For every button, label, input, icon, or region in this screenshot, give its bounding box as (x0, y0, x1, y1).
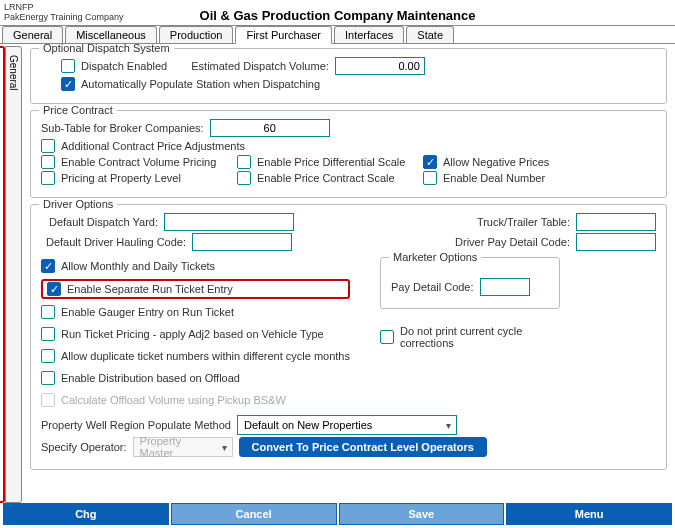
marketer-paydetail-input[interactable] (480, 278, 530, 296)
tab-first-purchaser[interactable]: First Purchaser (235, 26, 332, 44)
price-legend: Price Contract (39, 104, 117, 116)
top-tabs: General Miscellaneous Production First P… (0, 26, 675, 44)
chg-button[interactable]: Chg (3, 503, 169, 525)
price-deal-checkbox[interactable] (423, 171, 437, 185)
hauling-code-input[interactable] (192, 233, 292, 251)
tab-production[interactable]: Production (159, 26, 234, 43)
price-adjust-checkbox[interactable] (41, 139, 55, 153)
price-deal-label: Enable Deal Number (443, 172, 545, 184)
price-neg-label: Allow Negative Prices (443, 156, 549, 168)
dup-checkbox[interactable] (41, 349, 55, 363)
calc-checkbox[interactable] (41, 393, 55, 407)
dispatch-volume-input[interactable] (335, 57, 425, 75)
price-scale-label: Enable Price Contract Scale (257, 172, 417, 184)
default-yard-label: Default Dispatch Yard: (41, 216, 158, 228)
monthly-label: Allow Monthly and Daily Tickets (61, 260, 215, 272)
marketer-group: Marketer Options Pay Detail Code: (380, 257, 560, 309)
separate-label: Enable Separate Run Ticket Entry (67, 283, 233, 295)
subtable-input[interactable] (210, 119, 330, 137)
dist-checkbox[interactable] (41, 371, 55, 385)
convert-button[interactable]: Convert To Price Contract Level Operator… (239, 437, 487, 457)
price-vol-checkbox[interactable] (41, 155, 55, 169)
specify-operator-select[interactable]: Property Master (133, 437, 233, 457)
monthly-checkbox[interactable] (41, 259, 55, 273)
tab-general[interactable]: General (2, 26, 63, 43)
marketer-paydetail-label: Pay Detail Code: (391, 281, 474, 293)
default-yard-input[interactable] (164, 213, 294, 231)
driver-options-group: Driver Options Default Dispatch Yard: Tr… (30, 204, 667, 470)
rtp-label: Run Ticket Pricing - apply Adj2 based on… (61, 328, 324, 340)
dispatch-group: Optional Dispatch System Dispatch Enable… (30, 48, 667, 104)
dup-label: Allow duplicate ticket numbers within di… (61, 350, 350, 362)
gauger-label: Enable Gauger Entry on Run Ticket (61, 306, 234, 318)
noprint-label: Do not print current cycle corrections (400, 325, 540, 349)
dispatch-enabled-checkbox[interactable] (61, 59, 75, 73)
price-prop-label: Pricing at Property Level (61, 172, 231, 184)
price-neg-checkbox[interactable] (423, 155, 437, 169)
populate-method-label: Property Well Region Populate Method (41, 419, 231, 431)
price-scale-checkbox[interactable] (237, 171, 251, 185)
cancel-button[interactable]: Cancel (171, 503, 337, 525)
menu-button[interactable]: Menu (506, 503, 672, 525)
price-diff-checkbox[interactable] (237, 155, 251, 169)
hauling-code-label: Default Driver Hauling Code: (41, 236, 186, 248)
tab-interfaces[interactable]: Interfaces (334, 26, 404, 43)
gauger-checkbox[interactable] (41, 305, 55, 319)
dist-label: Enable Distribution based on Offload (61, 372, 240, 384)
driver-pay-label: Driver Pay Detail Code: (452, 236, 570, 248)
price-contract-group: Price Contract Sub-Table for Broker Comp… (30, 110, 667, 198)
populate-method-select[interactable]: Default on New Properties (237, 415, 457, 435)
truck-table-label: Truck/Trailer Table: (452, 216, 570, 228)
dispatch-volume-label: Estimated Dispatch Volume: (191, 60, 329, 72)
dispatch-legend: Optional Dispatch System (39, 44, 174, 54)
tab-state[interactable]: State (406, 26, 454, 43)
subtable-label: Sub-Table for Broker Companies: (41, 122, 204, 134)
separate-highlight: Enable Separate Run Ticket Entry (41, 279, 350, 299)
truck-table-input[interactable] (576, 213, 656, 231)
price-vol-label: Enable Contract Volume Pricing (61, 156, 231, 168)
side-tab-advanced[interactable]: Advanced (0, 46, 5, 503)
auto-populate-label: Automatically Populate Station when Disp… (81, 78, 320, 90)
price-prop-checkbox[interactable] (41, 171, 55, 185)
bottom-bar: Chg Cancel Save Menu (3, 503, 672, 525)
auto-populate-checkbox[interactable] (61, 77, 75, 91)
rtp-checkbox[interactable] (41, 327, 55, 341)
tab-miscellaneous[interactable]: Miscellaneous (65, 26, 157, 43)
price-diff-label: Enable Price Differential Scale (257, 156, 417, 168)
noprint-checkbox[interactable] (380, 330, 394, 344)
header: LRNFP PakEnergy Training Company Oil & G… (0, 0, 675, 26)
price-adjust-label: Additional Contract Price Adjustments (61, 140, 245, 152)
dispatch-enabled-label: Dispatch Enabled (81, 60, 167, 72)
marketer-legend: Marketer Options (389, 251, 481, 263)
driver-legend: Driver Options (39, 198, 117, 210)
side-tabs: General Advanced Statements Billing/Haul… (0, 44, 22, 504)
separate-checkbox[interactable] (47, 282, 61, 296)
save-button[interactable]: Save (339, 503, 505, 525)
content-panel: Optional Dispatch System Dispatch Enable… (22, 44, 675, 504)
specify-operator-label: Specify Operator: (41, 441, 127, 453)
side-tab-general[interactable]: General (5, 46, 22, 503)
driver-pay-input[interactable] (576, 233, 656, 251)
calc-label: Calculate Offload Volume using Pickup BS… (61, 394, 286, 406)
